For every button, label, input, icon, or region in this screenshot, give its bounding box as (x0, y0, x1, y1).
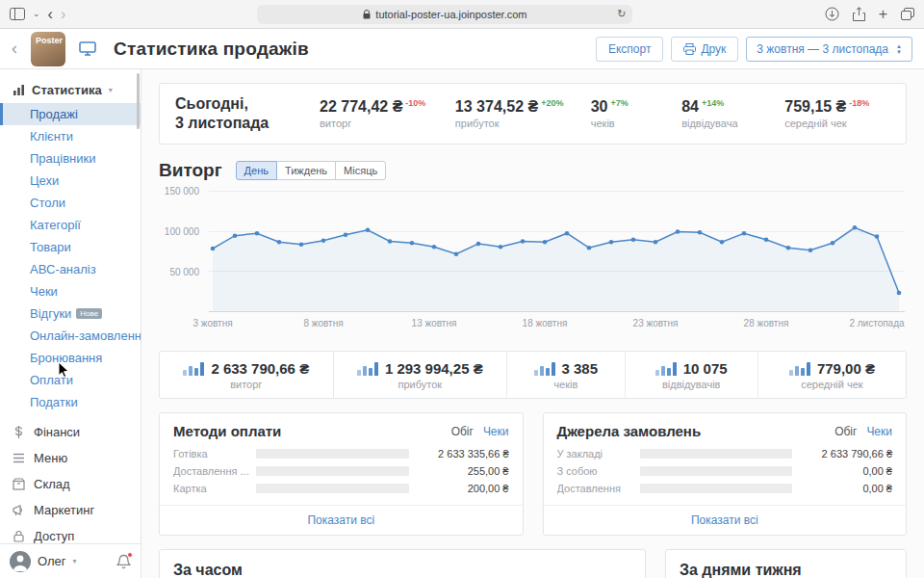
sidebar-item-payments[interactable]: Оплати (0, 369, 141, 391)
sidebar-item-employees[interactable]: Працівники (0, 147, 141, 170)
source-row-delivery: Доставлення 0,00 ₴ (544, 480, 907, 497)
period-totals-strip: 2 633 790,66 ₴ виторг 1 293 994,25 ₴ при… (159, 351, 907, 399)
sidebar-item-reviews[interactable]: Відгуки Нове (0, 302, 141, 325)
toggle-receipts[interactable]: Чеки (483, 425, 509, 438)
sidebar-section-statistics[interactable]: Статистика ▾ (0, 77, 141, 103)
by-time-card: За часом 200 000 (159, 549, 646, 578)
payment-row-delivery: Доставлення ... 255,00 ₴ (160, 462, 523, 480)
total-avg-receipt: 779,00 ₴ середній чек (757, 352, 906, 398)
new-badge: Нове (76, 308, 102, 319)
page-title: Статистика продажів (114, 39, 309, 60)
sidebar-section-finance[interactable]: Фінанси (0, 419, 141, 445)
stepper-arrows-icon: ▲▼ (896, 43, 902, 55)
sidebar-section-menu[interactable]: Меню (0, 445, 141, 471)
share-icon[interactable] (853, 7, 865, 21)
sidebar-item-online-orders[interactable]: Онлайн-замовлення (0, 325, 141, 347)
card-title: За днями тижня (666, 550, 906, 578)
total-receipts: 3 385 чеків (506, 352, 625, 398)
revenue-section-title: Виторг (159, 160, 222, 181)
sidebar-section-marketing[interactable]: Маркетинг (0, 497, 141, 523)
sidebar-toggle-icon[interactable] (10, 8, 25, 20)
toggle-receipts[interactable]: Чеки (866, 425, 892, 438)
sidebar-item-clients[interactable]: Клієнти (0, 125, 141, 147)
revenue-line-series (209, 191, 905, 311)
downloads-icon[interactable] (825, 7, 839, 21)
sidebar-item-reservations[interactable]: Бронювання (0, 347, 141, 369)
finance-icon (13, 426, 25, 438)
tab-overview-icon[interactable] (901, 8, 914, 20)
bar-chart-icon (13, 84, 25, 96)
bar-track (640, 484, 793, 493)
period-tabs: День Тиждень Місяць (236, 161, 387, 180)
caret-down-icon: ▾ (73, 557, 77, 565)
sidebar-item-workshops[interactable]: Цехи (0, 170, 141, 192)
sidebar-item-abc-analysis[interactable]: АВС-аналіз (0, 258, 141, 280)
terminal-monitor-icon[interactable] (79, 41, 96, 56)
delta-badge: -10% (405, 98, 425, 108)
total-profit: 1 293 994,25 ₴ прибуток (333, 352, 507, 398)
bar-track (256, 466, 409, 476)
user-menu[interactable]: Олег ▾ (0, 543, 141, 578)
sidebar-scrollbar[interactable] (137, 73, 140, 129)
export-button[interactable]: Експорт (596, 37, 663, 62)
tab-day[interactable]: День (236, 161, 277, 180)
order-sources-card: Джерела замовлень Обіг Чеки У закладі 2 … (543, 412, 908, 536)
toggle-turnover[interactable]: Обіг (834, 425, 857, 438)
reload-icon[interactable]: ↻ (617, 8, 626, 20)
address-bar[interactable]: tutorial-poster-ua.joinposter.com ↻ (257, 5, 632, 24)
revenue-chart: 150 000 100 000 50 000 3 жовтня8 жовтня1… (159, 191, 907, 335)
summary-stat-profit: 13 374,52 ₴+20% прибуток (455, 98, 591, 129)
toggle-turnover[interactable]: Обіг (451, 425, 474, 438)
y-axis: 150 000 100 000 50 000 (159, 191, 203, 312)
menu-list-icon (13, 452, 25, 464)
mini-bar-chart-icon (183, 361, 204, 376)
card-title: Джерела замовлень (557, 423, 702, 439)
print-button[interactable]: Друк (671, 37, 738, 62)
url-text: tutorial-poster-ua.joinposter.com (375, 9, 526, 20)
bar-track (256, 484, 409, 493)
x-axis-label: 23 жовтня (633, 318, 679, 328)
tab-week[interactable]: Тиждень (276, 161, 336, 180)
mini-bar-chart-icon (789, 361, 810, 376)
main-content: Сьогодні, 3 листопада 22 774,42 ₴-10% ви… (141, 69, 924, 578)
lock-icon (363, 10, 371, 19)
total-visitors: 10 075 відвідувачів (625, 352, 757, 398)
show-all-link[interactable]: Показати всі (544, 505, 907, 535)
sidebar-section-access[interactable]: Доступ (0, 523, 141, 543)
summary-title: Сьогодні, 3 листопада (175, 94, 320, 133)
show-all-link[interactable]: Показати всі (160, 505, 523, 535)
sidebar-item-tables[interactable]: Столи (0, 192, 141, 214)
notifications-bell-icon[interactable] (116, 554, 131, 569)
sidebar-item-taxes[interactable]: Податки (0, 391, 141, 413)
bar-track (256, 449, 409, 459)
date-range-select[interactable]: 3 жовтня — 3 листопада ▲▼ (746, 37, 912, 62)
forward-icon[interactable]: › (61, 7, 65, 22)
total-revenue: 2 633 790,66 ₴ виторг (160, 352, 333, 398)
megaphone-icon (13, 504, 25, 516)
sidebar-item-categories[interactable]: Категорії (0, 214, 141, 236)
card-title: Методи оплати (173, 423, 281, 439)
today-summary-card: Сьогодні, 3 листопада 22 774,42 ₴-10% ви… (159, 83, 907, 144)
printer-icon (683, 43, 696, 55)
caret-down-icon: ▾ (109, 86, 113, 94)
x-axis-label: 13 жовтня (412, 318, 457, 328)
sidebar-item-products[interactable]: Товари (0, 236, 141, 258)
sidebar-item-sales[interactable]: Продажі (0, 103, 141, 125)
new-tab-icon[interactable]: + (879, 7, 887, 22)
mini-bar-chart-icon (534, 361, 555, 376)
summary-stat-visitors: 84+14% відвідувача (681, 98, 784, 129)
delta-badge: +20% (541, 98, 563, 108)
back-icon[interactable]: ‹ (48, 7, 53, 22)
plot-area (209, 191, 905, 312)
delta-badge: +7% (611, 98, 629, 108)
sidebar-item-receipts[interactable]: Чеки (0, 280, 141, 302)
sidebar-section-inventory[interactable]: Склад (0, 471, 141, 497)
card-title: За часом (160, 550, 645, 578)
toolbar-chevron-down-icon[interactable]: ⌄ (33, 10, 40, 18)
delta-badge: +14% (702, 98, 724, 108)
collapse-chevron-icon[interactable]: ‹ (12, 39, 17, 59)
box-icon (13, 478, 25, 490)
tab-month[interactable]: Місяць (335, 161, 386, 180)
poster-logo[interactable]: Poster (31, 32, 65, 66)
bar-track (640, 449, 793, 459)
